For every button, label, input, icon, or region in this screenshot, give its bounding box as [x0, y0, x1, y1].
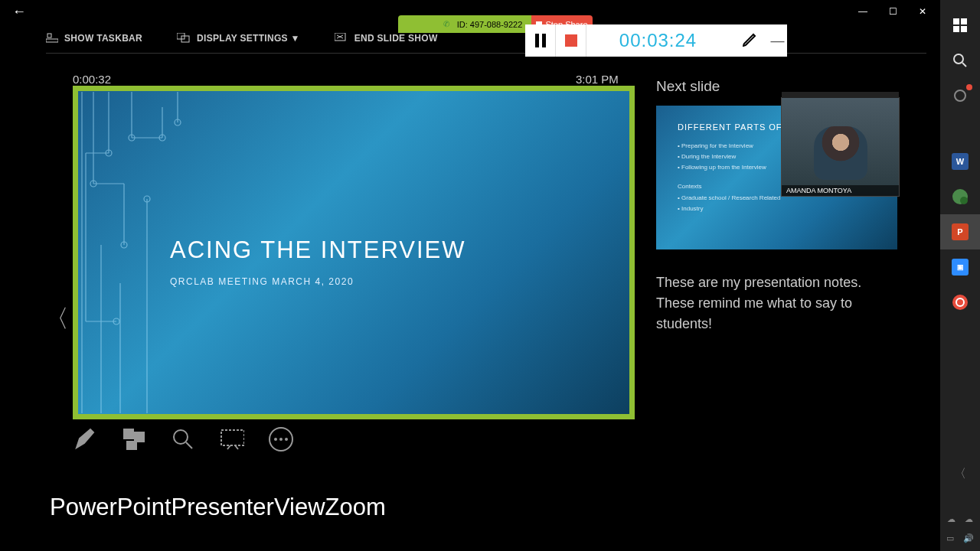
pause-recording-button[interactable] — [525, 24, 556, 57]
app-button[interactable] — [940, 179, 980, 214]
slide-subtitle: QRCLAB MEETING MARCH 4, 2020 — [170, 276, 629, 287]
system-tray: ☁ ☁ ▭ 🔊 — [940, 514, 980, 543]
svg-rect-17 — [127, 442, 136, 449]
close-button[interactable]: ✕ — [919, 6, 926, 17]
elapsed-time: 0:00:32 — [73, 73, 111, 86]
word-icon: W — [952, 153, 969, 170]
zoom-tool-button[interactable] — [171, 427, 195, 452]
svg-rect-22 — [961, 18, 967, 24]
meeting-id: ID: 497-088-9222 — [457, 20, 523, 29]
show-taskbar-button[interactable]: SHOW TASKBAR — [46, 33, 142, 44]
grid-icon — [122, 428, 145, 451]
see-all-slides-button[interactable] — [122, 427, 146, 452]
zoom-icon: ▣ — [952, 259, 969, 276]
start-button[interactable] — [940, 8, 980, 43]
webcam-titlebar — [782, 92, 899, 98]
brush-tool-button[interactable] — [730, 31, 768, 50]
show-taskbar-label: SHOW TASKBAR — [64, 33, 142, 44]
windows-taskbar: W P ▣ 〈 ☁ ☁ ▭ 🔊 — [940, 0, 980, 551]
previous-slide-button[interactable]: 〈 — [44, 302, 69, 336]
pause-icon — [535, 34, 546, 47]
display-icon — [177, 33, 191, 44]
svg-rect-20 — [221, 430, 244, 445]
end-slideshow-label: END SLIDE SHOW — [354, 33, 438, 44]
svg-point-28 — [960, 197, 968, 204]
presenter-notes: These are my presentation notes. These r… — [656, 272, 897, 334]
webcam-window[interactable]: AMANDA MONTOYA — [781, 97, 900, 197]
taskbar-icon — [46, 33, 58, 44]
current-slide[interactable]: ACING THE INTERVIEW QRCLAB MEETING MARCH… — [78, 91, 629, 414]
display-settings-label: DISPLAY SETTINGS ▼ — [197, 33, 300, 44]
app-icon — [952, 188, 969, 205]
brush-icon — [740, 31, 758, 50]
battery-icon[interactable]: ▭ — [946, 533, 954, 543]
svg-rect-0 — [46, 39, 58, 42]
end-show-icon — [335, 33, 348, 44]
svg-rect-23 — [953, 26, 959, 32]
recording-time: 00:03:24 — [586, 30, 730, 51]
powerpoint-app-button[interactable]: P — [940, 214, 980, 249]
presenter-name: AMANDA MONTOYA — [782, 185, 899, 196]
screen-icon — [220, 429, 244, 450]
minimize-recorder[interactable]: — — [768, 33, 787, 49]
svg-rect-16 — [135, 432, 144, 442]
video-caption: PowerPointPresenterViewZoom — [50, 494, 386, 521]
tray-icon[interactable]: ☁ — [947, 514, 956, 524]
windows-logo-icon — [953, 18, 967, 32]
svg-line-26 — [962, 63, 966, 67]
display-settings-button[interactable]: DISPLAY SETTINGS ▼ — [177, 33, 300, 44]
svg-rect-24 — [961, 26, 967, 32]
more-options-button[interactable] — [269, 427, 293, 452]
svg-rect-21 — [953, 18, 959, 24]
phone-icon: ✆ — [443, 20, 449, 28]
pen-icon — [74, 428, 96, 451]
black-screen-button[interactable] — [220, 427, 244, 452]
circuit-decoration — [78, 91, 193, 414]
recorder-panel: 00:03:24 — — [525, 24, 787, 57]
pen-tool-button[interactable] — [73, 427, 97, 452]
window-controls: — ☐ ✕ — [858, 6, 937, 17]
webcam-video: AMANDA MONTOYA — [782, 98, 899, 196]
maximize-button[interactable]: ☐ — [889, 6, 897, 17]
search-button[interactable] — [940, 43, 980, 78]
list-item: Industry — [678, 205, 876, 212]
svg-rect-1 — [47, 34, 51, 37]
volume-icon[interactable]: 🔊 — [963, 533, 974, 543]
svg-point-25 — [954, 54, 963, 64]
slide-title: ACING THE INTERVIEW — [170, 236, 629, 264]
search-icon — [952, 53, 968, 68]
current-time: 3:01 PM — [576, 73, 619, 86]
svg-line-19 — [186, 442, 192, 448]
record-stop-icon — [565, 34, 577, 47]
cortana-icon — [954, 90, 966, 102]
dot-icon — [285, 438, 288, 441]
tray-icon[interactable]: ☁ — [965, 514, 973, 524]
slide-tools — [73, 427, 293, 452]
cortana-button[interactable] — [940, 78, 980, 113]
svg-point-18 — [174, 430, 188, 444]
dot-icon — [274, 438, 277, 441]
zoom-app-button[interactable]: ▣ — [940, 249, 980, 285]
context-bullets: Graduate school / Research Related Indus… — [678, 194, 876, 212]
presenter-video-placeholder — [814, 126, 867, 180]
expand-tray-button[interactable]: 〈 — [940, 466, 980, 482]
end-slideshow-button[interactable]: END SLIDE SHOW — [335, 33, 438, 44]
word-app-button[interactable]: W — [940, 144, 980, 179]
recorder-app-button[interactable] — [940, 285, 980, 320]
svg-rect-15 — [124, 429, 133, 439]
recorder-icon — [952, 295, 968, 310]
back-arrow-icon[interactable]: ← — [12, 4, 26, 20]
dot-icon — [279, 438, 283, 441]
current-slide-frame: ACING THE INTERVIEW QRCLAB MEETING MARCH… — [73, 86, 635, 419]
minimize-button[interactable]: — — [858, 6, 867, 17]
magnifier-icon — [172, 428, 194, 451]
powerpoint-icon: P — [952, 223, 969, 240]
stop-recording-button[interactable] — [556, 24, 586, 57]
